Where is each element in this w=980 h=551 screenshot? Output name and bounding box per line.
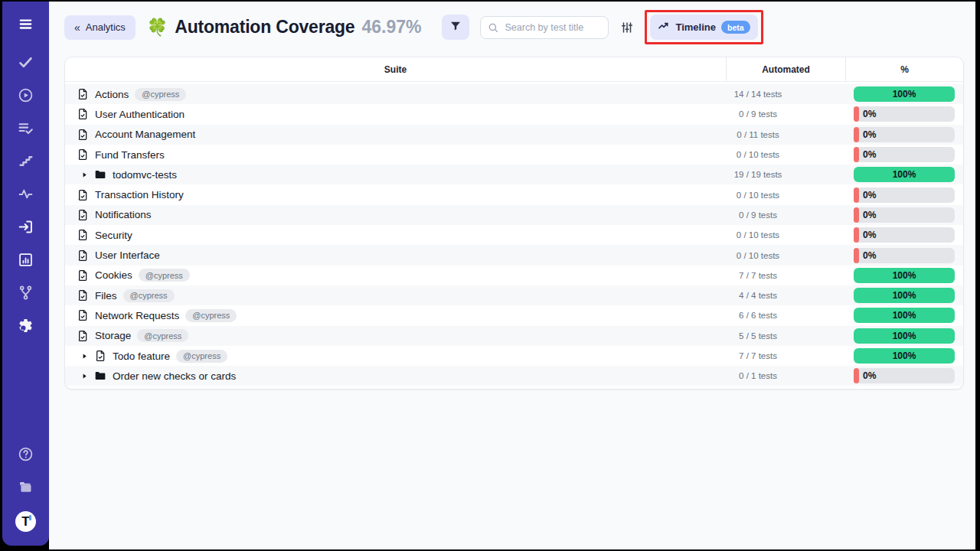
chevron-right-icon[interactable]: [81, 373, 88, 380]
automated-count-cell: 0 / 10 tests: [726, 150, 845, 159]
branch-icon[interactable]: [18, 284, 34, 301]
table-row[interactable]: Files@cypress4 / 4 tests100%: [65, 285, 963, 305]
percent-bar: 0%: [854, 106, 955, 122]
suite-name: Actions: [95, 89, 129, 100]
percent-cell: 0%: [845, 248, 963, 263]
percent-bar: 100%: [854, 308, 955, 323]
automated-count-cell: 0 / 11 tests: [726, 130, 845, 139]
table-row[interactable]: Security0 / 10 tests0%: [65, 225, 963, 245]
suite-cell[interactable]: todomvc-tests: [65, 168, 726, 181]
chevron-right-icon[interactable]: [81, 171, 88, 178]
suite-cell[interactable]: Files@cypress: [65, 289, 726, 302]
table-row[interactable]: Todo feature@cypress7 / 7 tests100%: [65, 346, 963, 366]
logo-icon[interactable]: T: [15, 511, 36, 532]
suite-name: Network Requests: [95, 310, 179, 321]
file-check-icon: [77, 289, 89, 302]
filter-button[interactable]: [442, 15, 469, 40]
suite-cell[interactable]: User Interface: [65, 249, 726, 262]
gear-icon[interactable]: [18, 317, 34, 334]
suite-cell[interactable]: Network Requests@cypress: [65, 309, 726, 322]
chevron-right-icon[interactable]: [81, 353, 88, 360]
suite-cell[interactable]: Todo feature@cypress: [65, 350, 726, 363]
table-row[interactable]: Transaction History0 / 10 tests0%: [65, 184, 963, 204]
suite-name: User Interface: [95, 249, 160, 261]
suite-cell[interactable]: Notifications: [65, 209, 726, 221]
suite-cell[interactable]: Account Management: [65, 129, 726, 141]
table-row[interactable]: Fund Transfers0 / 10 tests0%: [65, 145, 963, 165]
table-row[interactable]: User Authentication0 / 9 tests0%: [65, 104, 963, 124]
column-header-percent[interactable]: %: [845, 57, 963, 81]
table-row[interactable]: Storage@cypress5 / 5 tests100%: [65, 326, 963, 346]
red-sliver: [854, 248, 859, 263]
play-circle-icon[interactable]: [18, 86, 34, 103]
percent-bar: 100%: [854, 328, 955, 344]
table-row[interactable]: Order new checks or cards0 / 1 tests0%: [65, 366, 963, 386]
suite-cell[interactable]: Security: [65, 229, 726, 241]
help-icon[interactable]: [18, 445, 34, 462]
percent-bar: 0%: [854, 187, 955, 203]
table-row[interactable]: Account Management0 / 11 tests0%: [65, 125, 963, 145]
percent-cell: 0%: [845, 127, 963, 142]
menu-icon[interactable]: [18, 15, 34, 32]
percent-label: 0%: [863, 250, 876, 261]
folder-icon[interactable]: [18, 478, 34, 495]
suite-cell[interactable]: Actions@cypress: [65, 88, 726, 101]
percent-bar: 100%: [854, 268, 955, 283]
table-row[interactable]: User Interface0 / 10 tests0%: [65, 245, 963, 265]
suite-name: Security: [95, 230, 132, 241]
suite-name: Notifications: [95, 209, 152, 220]
timeline-button[interactable]: Timeline beta: [650, 15, 757, 40]
timeline-highlight-box: Timeline beta: [645, 10, 763, 44]
table-row[interactable]: todomvc-tests19 / 19 tests100%: [65, 165, 963, 184]
table-row[interactable]: Actions@cypress14 / 14 tests100%: [65, 84, 963, 104]
suite-cell[interactable]: Order new checks or cards: [65, 370, 726, 382]
red-sliver: [854, 368, 859, 383]
suite-name: Storage: [95, 330, 131, 341]
red-sliver: [854, 207, 859, 223]
suite-cell[interactable]: Transaction History: [65, 189, 726, 201]
percent-label: 100%: [893, 350, 916, 361]
column-header-automated[interactable]: Automated: [726, 57, 845, 81]
sidebar-column: T: [2, 2, 49, 549]
suite-cell[interactable]: Storage@cypress: [65, 329, 726, 342]
table-row[interactable]: Notifications0 / 9 tests0%: [65, 205, 963, 225]
analytics-back-button[interactable]: « Analytics: [64, 15, 136, 40]
percent-bar: 0%: [854, 127, 955, 142]
automated-count-cell: 0 / 9 tests: [726, 109, 845, 119]
automated-count: 4 / 4 tests: [739, 291, 777, 300]
column-header-suite[interactable]: Suite: [65, 57, 726, 81]
suite-cell[interactable]: Fund Transfers: [65, 148, 726, 161]
table-header: Suite Automated %: [65, 57, 963, 82]
steps-icon[interactable]: [18, 152, 34, 169]
search-wrap: [480, 16, 609, 39]
percent-label: 100%: [893, 310, 916, 321]
automated-count-cell: 0 / 10 tests: [726, 191, 845, 200]
table-row[interactable]: Cookies@cypress7 / 7 tests100%: [65, 266, 963, 285]
file-check-icon: [94, 350, 106, 362]
check-icon[interactable]: [18, 54, 34, 70]
suite-name: Todo feature: [113, 350, 170, 362]
page-header: « Analytics 🍀 Automation Coverage 46.97%: [64, 13, 964, 41]
red-sliver: [854, 147, 859, 162]
table-row[interactable]: Network Requests@cypress6 / 6 tests100%: [65, 305, 963, 325]
list-check-icon[interactable]: [18, 119, 34, 136]
adjustments-icon[interactable]: [619, 19, 635, 36]
tag-badge: @cypress: [185, 309, 237, 322]
percent-label: 0%: [863, 129, 876, 140]
clover-icon: 🍀: [147, 18, 168, 37]
table-body: Actions@cypress14 / 14 tests100% User Au…: [65, 82, 963, 386]
suite-cell[interactable]: Cookies@cypress: [65, 269, 726, 282]
search-input[interactable]: [480, 16, 609, 39]
trend-line-icon: [658, 20, 670, 34]
file-check-icon: [77, 249, 89, 262]
suite-cell[interactable]: User Authentication: [65, 108, 726, 120]
sign-in-icon[interactable]: [18, 218, 34, 235]
pulse-icon[interactable]: [18, 185, 34, 202]
percent-bar: 100%: [854, 167, 955, 182]
bar-chart-icon[interactable]: [18, 251, 34, 268]
percent-bar: 0%: [854, 207, 955, 223]
percent-label: 100%: [893, 169, 916, 180]
tag-badge: @cypress: [137, 329, 188, 342]
red-sliver: [854, 227, 859, 243]
percent-cell: 0%: [845, 106, 963, 122]
